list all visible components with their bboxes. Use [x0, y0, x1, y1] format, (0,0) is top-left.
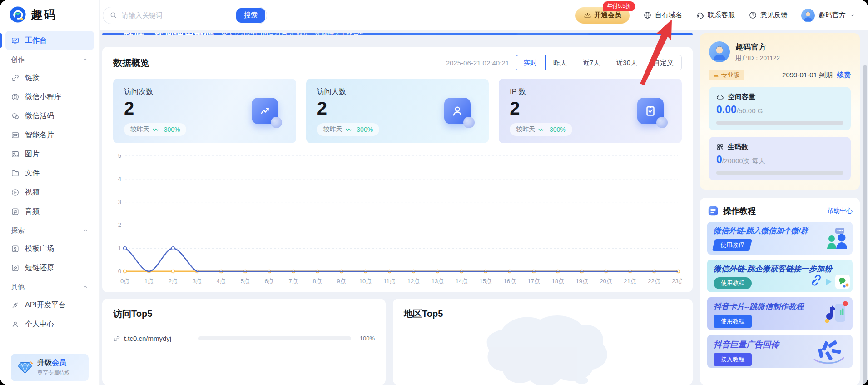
codes-header: 生码数 — [716, 143, 843, 151]
visit-bar-track — [198, 336, 351, 340]
section-label: 其他 — [11, 283, 25, 291]
user-icon — [11, 320, 20, 329]
tutorial-banner-wechat-link[interactable]: 微信外链-跳入微信加个微/群 使用教程 — [707, 222, 853, 255]
sidebar-item-video[interactable]: 视频 — [5, 183, 94, 202]
link-icon — [113, 335, 120, 342]
vertical-scrollbar[interactable] — [863, 65, 867, 385]
svg-text:7点: 7点 — [289, 278, 298, 285]
tab-custom[interactable]: 自定义 — [645, 55, 682, 70]
sidebar-section-create[interactable]: 创作 — [5, 51, 94, 68]
people-chat-illustration — [823, 227, 849, 250]
svg-text:18点: 18点 — [551, 278, 564, 285]
svg-text:4: 4 — [118, 175, 121, 182]
sidebar-item-label: 模板广场 — [25, 244, 54, 254]
image-icon — [11, 150, 20, 159]
sidebar-item-short-link-restore[interactable]: 短链还原 — [5, 258, 94, 277]
profile-name: 趣码官方 — [735, 42, 780, 52]
sidebar-item-user-center[interactable]: 个人中心 — [5, 315, 94, 334]
overview-header: 数据概览 2025-06-21 02:40:21 实时 昨天 近7天 近30天 … — [113, 55, 682, 70]
svg-text:9点: 9点 — [337, 278, 346, 285]
svg-text:12点: 12点 — [407, 278, 420, 285]
logo[interactable]: 趣码 — [0, 0, 99, 29]
sidebar-item-label: 视频 — [25, 188, 40, 197]
sidebar-section-explore[interactable]: 探索 — [5, 222, 94, 239]
tutorial-button[interactable]: 使用教程 — [712, 239, 752, 251]
tab-yesterday[interactable]: 昨天 — [545, 55, 575, 70]
svg-text:1点: 1点 — [144, 278, 154, 285]
sidebar-item-template-market[interactable]: 模板广场 — [5, 239, 94, 258]
stat-compare-pill: 较昨天 -300% — [510, 123, 572, 136]
sidebar-section-other[interactable]: 其他 — [5, 278, 94, 295]
china-map-illustration — [475, 303, 611, 385]
stat-card-visitors: 访问人数 2 较昨天 -300% — [306, 79, 489, 143]
search-button[interactable]: 搜索 — [236, 8, 265, 23]
sidebar-item-image[interactable]: 图片 — [5, 145, 94, 164]
sidebar-item-mini-program[interactable]: 微信小程序 — [5, 87, 94, 106]
svg-text:23点: 23点 — [672, 278, 682, 285]
renew-link[interactable]: 续费 — [837, 71, 851, 80]
svg-text:13点: 13点 — [432, 278, 444, 285]
help-center-link[interactable]: 帮助中心 — [827, 207, 853, 215]
tutorial-button[interactable]: 使用教程 — [714, 277, 752, 289]
svg-text:14点: 14点 — [456, 278, 468, 285]
welcome-banner: 你好，欢迎使用趣码 今天是2025年06月21日 星期六，欢迎进入工作台~ — [102, 33, 693, 35]
app-logo-icon — [9, 6, 26, 23]
svg-text:3点: 3点 — [193, 278, 202, 285]
account-menu[interactable]: 趣码官方 — [801, 9, 855, 22]
profile-card: 趣码官方 用户ID：201122 专业版 2099-01-01 到期 续费 — [700, 33, 860, 190]
sidebar-item-wechat-qr[interactable]: 微信活码 — [5, 106, 94, 125]
section-label: 探索 — [11, 226, 25, 235]
open-membership-button[interactable]: 开通会员 年付5.5折 — [575, 7, 630, 24]
stat-label: 访问次数 — [124, 87, 285, 97]
cloud-icon — [716, 93, 724, 101]
chevron-up-icon — [82, 227, 89, 234]
svg-text:22点: 22点 — [648, 278, 660, 285]
search-input[interactable] — [121, 11, 231, 20]
svg-text:11点: 11点 — [383, 278, 396, 285]
sidebar-item-label: 智能名片 — [25, 130, 54, 140]
sidebar-item-api-platform[interactable]: API开发平台 — [5, 295, 94, 315]
nav-item-own-domain[interactable]: 自有域名 — [643, 11, 682, 20]
person-stat-icon — [444, 98, 471, 124]
trend-down-icon — [538, 128, 544, 132]
plan-badge: 专业版 — [709, 70, 744, 80]
tab-7days[interactable]: 近7天 — [575, 55, 608, 70]
nav-item-contact-support[interactable]: 联系客服 — [696, 11, 735, 20]
page-body: 你好，欢迎使用趣码 今天是2025年06月21日 星期六，欢迎进入工作台~ — [100, 30, 868, 385]
profile-user-id: 用户ID：201122 — [735, 54, 780, 62]
stats-row: 访问次数 2 较昨天 -300% 访问人 — [113, 79, 682, 143]
svg-text:2: 2 — [118, 221, 121, 228]
stat-card-visits: 访问次数 2 较昨天 -300% — [113, 79, 296, 143]
tab-30days[interactable]: 近30天 — [608, 55, 645, 70]
codes-progress — [716, 171, 843, 175]
chevron-up-icon — [82, 56, 89, 63]
sidebar-item-audio[interactable]: 音频 — [5, 202, 94, 221]
content-area: 搜索 开通会员 年付5.5折 自有域名 联系客服 意见反馈 — [100, 0, 868, 385]
chevron-up-icon — [82, 284, 89, 290]
tutorial-title: 微信外链-跳企微获客链接一步加粉 — [714, 264, 846, 274]
tutorial-banner-douyin-ads[interactable]: 抖音巨量广告回传 接入教程 — [707, 335, 853, 368]
audio-icon — [11, 207, 20, 216]
sidebar-item-workbench[interactable]: 工作台 — [5, 31, 94, 50]
tutorial-banner-douyin-card[interactable]: 抖音卡片--跳微信制作教程 使用教程 — [707, 297, 853, 330]
api-icon — [11, 301, 20, 310]
sidebar-item-link[interactable]: 链接 — [5, 68, 94, 87]
qr-code-icon — [716, 143, 724, 151]
tutorial-button[interactable]: 使用教程 — [714, 315, 752, 328]
dashboard-icon — [11, 36, 20, 45]
tutorial-button[interactable]: 接入教程 — [714, 353, 752, 366]
diamond-icon — [17, 361, 33, 375]
sidebar-item-business-card[interactable]: 智能名片 — [5, 125, 94, 145]
upgrade-text: 升级会员 尊享专属特权 — [37, 358, 70, 377]
tab-realtime[interactable]: 实时 — [516, 55, 546, 70]
mini-program-icon — [11, 93, 20, 101]
nav-item-feedback[interactable]: 意见反馈 — [749, 11, 788, 20]
stat-label: 访问人数 — [317, 87, 478, 97]
nav-label: 联系客服 — [708, 11, 735, 20]
sidebar-item-file[interactable]: 文件 — [5, 164, 94, 183]
main-column: 你好，欢迎使用趣码 今天是2025年06月21日 星期六，欢迎进入工作台~ — [102, 33, 693, 385]
upgrade-member-card[interactable]: 升级会员 尊享专属特权 — [11, 354, 89, 381]
visit-link[interactable]: t.tc0.cn/mmydyj — [124, 335, 192, 342]
tutorial-banner-wecom-link[interactable]: 微信外链-跳企微获客链接一步加粉 使用教程 — [707, 260, 853, 292]
svg-text:3: 3 — [118, 199, 121, 205]
